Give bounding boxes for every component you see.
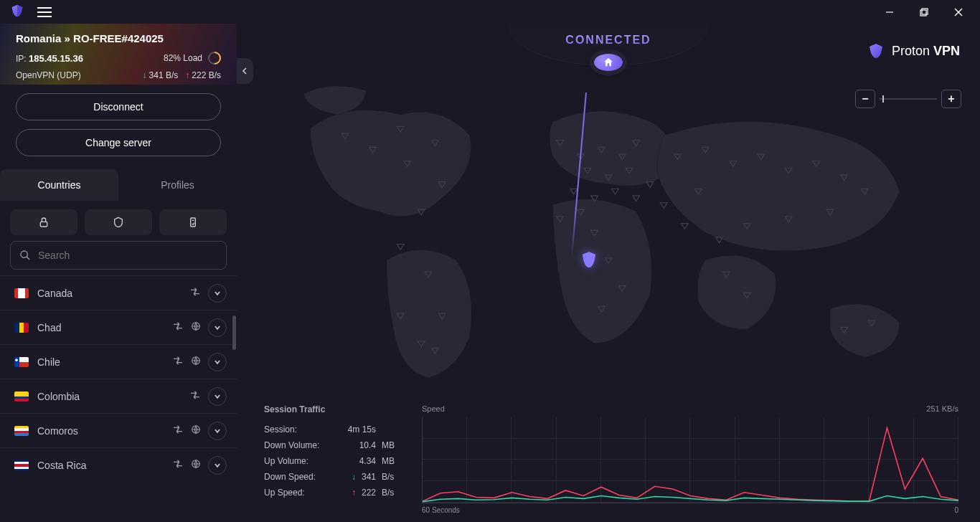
chart-x-left: 60 Seconds bbox=[422, 506, 460, 514]
change-server-button[interactable]: Change server bbox=[16, 129, 221, 156]
p2p-icon bbox=[189, 287, 201, 300]
load-ring-icon bbox=[205, 49, 223, 67]
chart-x-right: 0 bbox=[954, 506, 958, 514]
expand-button[interactable] bbox=[208, 284, 227, 303]
svg-rect-2 bbox=[922, 9, 928, 14]
ip-address: IP: 185.45.15.36 bbox=[16, 53, 83, 64]
stat-row: Session:4m 15s bbox=[264, 422, 400, 437]
connection-breadcrumb: Romania » RO-FREE#424025 bbox=[16, 32, 221, 44]
expand-button[interactable] bbox=[208, 422, 227, 440]
menu-button[interactable] bbox=[37, 7, 52, 17]
server-load: 82% Load bbox=[164, 52, 221, 65]
home-button[interactable] bbox=[594, 54, 623, 71]
window-minimize-button[interactable] bbox=[874, 1, 905, 23]
filter-netshield-button[interactable] bbox=[85, 209, 152, 235]
brand-logo: Proton VPN bbox=[867, 42, 960, 60]
zoom-in-button[interactable]: + bbox=[941, 90, 961, 108]
country-row-comoros[interactable]: Comoros bbox=[0, 413, 237, 447]
window-close-button[interactable] bbox=[943, 1, 974, 23]
country-row-chad[interactable]: Chad bbox=[0, 310, 237, 344]
p2p-icon bbox=[172, 321, 184, 334]
tab-countries[interactable]: Countries bbox=[0, 169, 118, 201]
country-row-canada[interactable]: Canada bbox=[0, 275, 237, 310]
collapse-sidebar-button[interactable] bbox=[237, 58, 253, 84]
stat-row: Up Speed:↑222B/s bbox=[264, 485, 400, 500]
app-logo-icon bbox=[10, 4, 24, 21]
country-name: Chad bbox=[37, 322, 164, 333]
protocol-label: OpenVPN (UDP) bbox=[16, 70, 81, 80]
p2p-icon bbox=[172, 424, 184, 437]
country-name: Colombia bbox=[37, 391, 181, 402]
zoom-out-button[interactable]: − bbox=[855, 90, 875, 108]
connection-status-label: CONNECTED bbox=[565, 34, 651, 47]
svg-point-7 bbox=[21, 251, 27, 257]
flag-icon bbox=[14, 323, 29, 333]
p2p-icon bbox=[172, 459, 184, 472]
speed-chart bbox=[422, 417, 958, 503]
globe-icon bbox=[191, 356, 201, 369]
flag-icon bbox=[14, 357, 29, 367]
expand-button[interactable] bbox=[208, 387, 227, 406]
filter-secure-core-button[interactable] bbox=[10, 209, 77, 235]
svg-line-8 bbox=[27, 257, 29, 260]
globe-icon bbox=[191, 321, 201, 334]
tab-profiles[interactable]: Profiles bbox=[118, 169, 237, 201]
search-icon bbox=[19, 250, 31, 261]
traffic-title: Session Traffic bbox=[264, 404, 400, 414]
flag-icon bbox=[14, 392, 29, 402]
download-speed: ↓341 B/s bbox=[143, 70, 179, 80]
zoom-slider[interactable] bbox=[880, 98, 937, 100]
disconnect-button[interactable]: Disconnect bbox=[16, 93, 221, 120]
country-name: Canada bbox=[37, 288, 181, 299]
svg-rect-5 bbox=[40, 222, 47, 227]
country-name: Comoros bbox=[37, 425, 164, 437]
chart-max-label: 251 KB/s bbox=[926, 404, 958, 413]
flag-icon bbox=[14, 288, 29, 298]
scrollbar-thumb[interactable] bbox=[232, 315, 236, 350]
filter-port-forward-button[interactable] bbox=[159, 209, 227, 235]
stat-row: Up Volume:4.34MB bbox=[264, 453, 400, 469]
upload-speed: ↑222 B/s bbox=[185, 70, 221, 80]
p2p-icon bbox=[189, 390, 201, 403]
search-input[interactable] bbox=[10, 241, 227, 270]
expand-button[interactable] bbox=[208, 456, 227, 475]
chart-speed-label: Speed bbox=[422, 404, 445, 413]
p2p-icon bbox=[172, 356, 184, 369]
stat-row: Down Speed:↓341B/s bbox=[264, 469, 400, 485]
country-name: Chile bbox=[37, 356, 164, 368]
window-maximize-button[interactable] bbox=[908, 1, 940, 23]
stat-row: Down Volume:10.4MB bbox=[264, 437, 400, 453]
flag-icon bbox=[14, 426, 29, 436]
globe-icon bbox=[191, 459, 201, 472]
globe-icon bbox=[191, 424, 201, 437]
flag-icon bbox=[14, 460, 29, 470]
country-name: Costa Rica bbox=[37, 460, 164, 471]
country-row-colombia[interactable]: Colombia bbox=[0, 379, 237, 413]
country-row-chile[interactable]: Chile bbox=[0, 344, 237, 379]
server-pin-icon bbox=[581, 252, 597, 273]
country-row-costa-rica[interactable]: Costa Rica bbox=[0, 447, 237, 482]
expand-button[interactable] bbox=[208, 353, 227, 371]
svg-rect-1 bbox=[920, 10, 926, 16]
expand-button[interactable] bbox=[208, 318, 227, 337]
